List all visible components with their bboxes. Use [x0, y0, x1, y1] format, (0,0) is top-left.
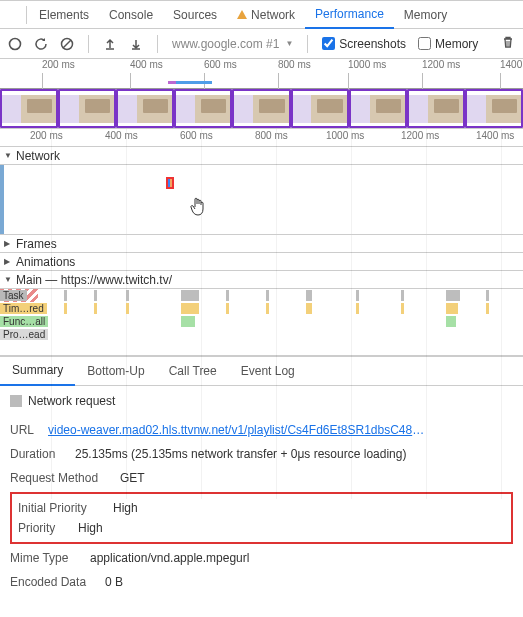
details-heading: Network request — [28, 394, 115, 408]
record-icon[interactable] — [8, 37, 22, 51]
filmstrip[interactable] — [0, 89, 523, 129]
download-icon[interactable] — [129, 37, 143, 51]
ruler-tick: 800 ms — [255, 130, 288, 141]
section-label: Main — https://www.twitch.tv/ — [16, 273, 172, 287]
section-label: Animations — [16, 255, 75, 269]
filmstrip-frame[interactable] — [0, 89, 58, 128]
selection-edge — [0, 165, 4, 234]
priority-label: Priority — [18, 521, 68, 535]
ruler-tick: 1200 ms — [401, 130, 439, 141]
upload-icon[interactable] — [103, 37, 117, 51]
url-link[interactable]: video-weaver.mad02.hls.ttvnw.net/v1/play… — [48, 423, 428, 437]
recording-select[interactable]: www.google.com #1▼ — [172, 37, 293, 51]
triangle-down-icon: ▼ — [4, 275, 12, 284]
section-label: Network — [16, 149, 60, 163]
filmstrip-frame[interactable] — [116, 89, 174, 128]
filmstrip-frame[interactable] — [349, 89, 407, 128]
overview-tick: 400 ms — [130, 59, 163, 70]
filmstrip-frame[interactable] — [291, 89, 349, 128]
method-label: Request Method — [10, 471, 110, 485]
triangle-right-icon: ▶ — [4, 239, 12, 248]
tab-elements[interactable]: Elements — [29, 1, 99, 29]
triangle-right-icon: ▶ — [4, 257, 12, 266]
ruler-tick: 1000 ms — [326, 130, 364, 141]
ruler-tick: 600 ms — [180, 130, 213, 141]
request-details: Network request URL video-weaver.mad02.h… — [0, 386, 523, 602]
tab-memory[interactable]: Memory — [394, 1, 457, 29]
detail-tab-bottom-up[interactable]: Bottom-Up — [75, 356, 156, 386]
encoded-label: Encoded Data — [10, 575, 95, 589]
url-label: URL — [10, 423, 38, 437]
duration-value: 25.135ms (25.135ms network transfer + 0μ… — [75, 447, 406, 461]
tab-performance[interactable]: Performance — [305, 1, 394, 29]
tab-sources[interactable]: Sources — [163, 1, 227, 29]
overview-tick: 600 ms — [204, 59, 237, 70]
separator — [157, 35, 158, 53]
overview-tick: 1200 ms — [422, 59, 460, 70]
svg-line-5 — [63, 40, 71, 48]
main-thread-lane[interactable]: Task Tim…red Func…all Pro…ead — [0, 289, 523, 341]
separator — [307, 35, 308, 53]
mime-value: application/vnd.apple.mpegurl — [90, 551, 249, 565]
overview-marker — [168, 81, 176, 84]
ruler-tick: 200 ms — [30, 130, 63, 141]
filmstrip-frame[interactable] — [174, 89, 232, 128]
flame-task[interactable]: Task — [0, 290, 27, 301]
overview-tick: 800 ms — [278, 59, 311, 70]
section-network-header[interactable]: ▼ Network — [0, 147, 523, 165]
detail-tab-call-tree[interactable]: Call Tree — [157, 356, 229, 386]
clear-icon[interactable] — [60, 37, 74, 51]
encoded-value: 0 B — [105, 575, 123, 589]
reload-icon[interactable] — [34, 37, 48, 51]
flame-promise[interactable]: Pro…ead — [0, 329, 48, 340]
filmstrip-frame[interactable] — [58, 89, 116, 128]
overview-marker — [176, 81, 212, 84]
devtools-tabbar: Elements Console Sources Network Perform… — [0, 1, 523, 29]
flame-function[interactable]: Func…all — [0, 316, 48, 327]
screenshots-checkbox[interactable]: Screenshots — [322, 37, 406, 51]
triangle-down-icon: ▼ — [4, 151, 12, 160]
overview-tick: 200 ms — [42, 59, 75, 70]
filmstrip-frame[interactable] — [407, 89, 465, 128]
filmstrip-frame[interactable] — [232, 89, 290, 128]
filmstrip-frame[interactable] — [465, 89, 523, 128]
overview-tick: 1400 — [500, 59, 522, 70]
network-lane[interactable] — [0, 165, 523, 235]
performance-toolbar: www.google.com #1▼ Screenshots Memory — [0, 29, 523, 59]
svg-point-3 — [10, 38, 21, 49]
network-request-bar[interactable] — [166, 177, 174, 189]
memory-checkbox[interactable]: Memory — [418, 37, 478, 51]
warning-icon — [237, 10, 247, 19]
tab-network[interactable]: Network — [227, 1, 305, 29]
priority-value: High — [78, 521, 103, 535]
initial-priority-label: Initial Priority — [18, 501, 103, 515]
detail-tab-event-log[interactable]: Event Log — [229, 356, 307, 386]
mime-label: Mime Type — [10, 551, 80, 565]
flamechart-ruler[interactable]: 200 ms 400 ms 600 ms 800 ms 1000 ms 1200… — [0, 129, 523, 147]
separator — [26, 6, 27, 24]
section-animations-header[interactable]: ▶ Animations — [0, 253, 523, 271]
pointer-cursor-icon — [189, 197, 207, 221]
separator — [88, 35, 89, 53]
overview-tick: 1000 ms — [348, 59, 386, 70]
trash-icon[interactable] — [501, 35, 515, 52]
section-frames-header[interactable]: ▶ Frames — [0, 235, 523, 253]
ruler-tick: 1400 ms — [476, 130, 514, 141]
method-value: GET — [120, 471, 145, 485]
priority-highlight: Initial Priority High Priority High — [10, 492, 513, 544]
detail-tab-summary[interactable]: Summary — [0, 356, 75, 386]
initial-priority-value: High — [113, 501, 138, 515]
flame-timer[interactable]: Tim…red — [0, 303, 47, 314]
duration-label: Duration — [10, 447, 65, 461]
section-main-header[interactable]: ▼ Main — https://www.twitch.tv/ — [0, 271, 523, 289]
chevron-down-icon: ▼ — [285, 39, 293, 48]
flame-spacer — [0, 341, 523, 356]
ruler-tick: 400 ms — [105, 130, 138, 141]
overview-timeline[interactable]: 200 ms 400 ms 600 ms 800 ms 1000 ms 1200… — [0, 59, 523, 89]
request-color-swatch — [10, 395, 22, 407]
tab-console[interactable]: Console — [99, 1, 163, 29]
detail-tabbar: Summary Bottom-Up Call Tree Event Log — [0, 356, 523, 386]
